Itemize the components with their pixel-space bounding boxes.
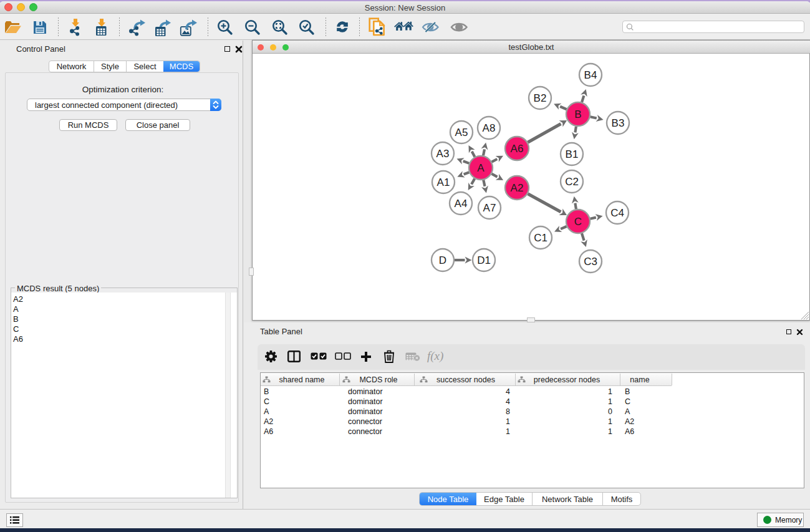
svg-text:C2: C2 (565, 176, 579, 188)
svg-text:C: C (574, 216, 582, 228)
svg-text:A8: A8 (483, 122, 496, 134)
svg-text:C3: C3 (584, 256, 597, 268)
svg-text:B4: B4 (584, 69, 597, 81)
svg-text:B1: B1 (566, 148, 579, 160)
svg-text:B3: B3 (612, 117, 625, 129)
svg-text:D: D (439, 254, 446, 266)
svg-text:A5: A5 (455, 127, 468, 138)
svg-text:B: B (574, 109, 581, 120)
svg-text:A1: A1 (437, 177, 450, 188)
svg-text:A2: A2 (511, 182, 524, 194)
svg-text:A3: A3 (436, 148, 450, 160)
svg-text:A: A (477, 162, 485, 174)
svg-text:B2: B2 (534, 92, 547, 104)
svg-text:C4: C4 (610, 207, 624, 219)
svg-text:D1: D1 (477, 254, 491, 266)
svg-text:A4: A4 (455, 198, 468, 210)
svg-text:A7: A7 (483, 202, 496, 214)
svg-text:A6: A6 (511, 143, 524, 155)
svg-text:C1: C1 (534, 232, 547, 244)
